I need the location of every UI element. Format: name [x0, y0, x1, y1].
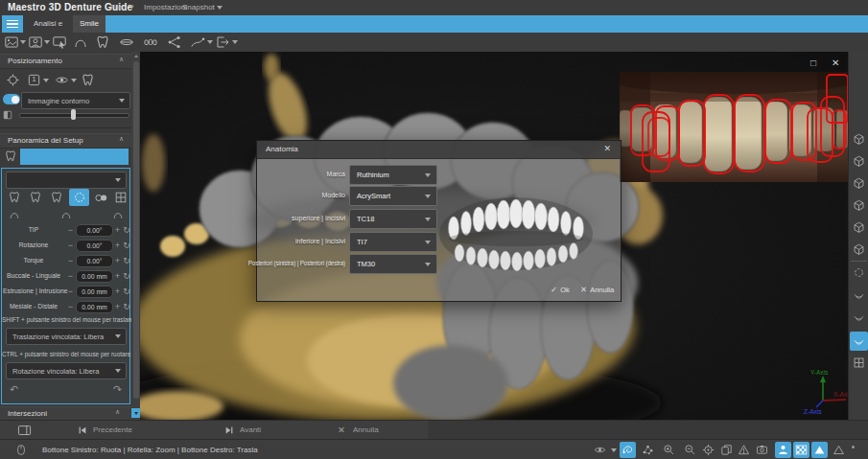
warning-button[interactable]	[736, 442, 752, 458]
tooth-mode-2-icon[interactable]	[29, 191, 42, 204]
field-value-input[interactable]: 0.00°	[76, 240, 113, 252]
decrement-button[interactable]: −	[66, 222, 75, 238]
ok-button[interactable]: ✓Ok	[551, 283, 570, 296]
increment-button[interactable]: +	[113, 284, 122, 299]
lasso-select-button[interactable]	[620, 442, 636, 458]
chevron-down-icon[interactable]	[611, 448, 617, 452]
decrement-button[interactable]: −	[66, 238, 75, 253]
view-cube-1-icon[interactable]	[853, 133, 865, 146]
chevron-down-icon[interactable]	[232, 40, 238, 44]
tooth-mode-1-icon[interactable]	[8, 191, 21, 204]
field-value-input[interactable]: 0.00°	[76, 255, 113, 267]
points-cloud-button[interactable]	[640, 442, 656, 458]
tooth-select-dropdown[interactable]	[6, 172, 127, 189]
decrement-button[interactable]: −	[66, 284, 75, 299]
center-view-button[interactable]	[700, 442, 716, 458]
field-value-input[interactable]: 0.00 mm	[76, 301, 113, 313]
arch-center-icon[interactable]	[60, 209, 72, 220]
share-nodes-icon[interactable]	[167, 34, 182, 50]
reset-icon[interactable]: ↻	[122, 222, 131, 238]
menu-impostazioni[interactable]: Impostazioni	[144, 3, 187, 11]
tab-analisi-e-misure[interactable]: Analisi e misure	[23, 15, 73, 33]
shaded-mode-button[interactable]	[811, 442, 828, 458]
export-icon[interactable]	[215, 34, 230, 50]
zoom-in-button[interactable]	[661, 442, 677, 458]
inferiore-incisivi-dropdown[interactable]: TI7	[349, 232, 437, 252]
viewport-close-button[interactable]: ✕	[832, 57, 839, 69]
arch-left-icon[interactable]	[9, 209, 20, 220]
copy-view-button[interactable]	[718, 442, 735, 458]
arch-icon[interactable]	[73, 34, 88, 50]
menu-file[interactable]: File	[110, 3, 123, 11]
view-cube-2-icon[interactable]	[853, 155, 865, 168]
modello-dropdown[interactable]: AcrySmart	[349, 186, 437, 206]
scroll-up-icon[interactable]	[133, 53, 139, 58]
patient-view-button[interactable]	[775, 442, 791, 458]
dialog-titlebar[interactable]: Anatomia ✕	[257, 141, 621, 159]
toggle-pair-icon[interactable]	[94, 191, 108, 205]
chevron-down-icon[interactable]	[44, 40, 50, 44]
orbit-icon[interactable]	[853, 266, 865, 279]
precedente-button[interactable]: Precedente	[93, 421, 132, 440]
chevron-down-icon[interactable]	[43, 79, 49, 82]
menu-snapshot[interactable]: Snapshot	[182, 3, 215, 11]
draw-curve-icon[interactable]	[190, 34, 205, 50]
view-cube-4-icon[interactable]	[853, 199, 865, 212]
reset-icon[interactable]: ↻	[122, 253, 131, 268]
overlay-dropdown[interactable]: Immagine contorno	[21, 92, 130, 109]
screen-pick-icon[interactable]	[52, 34, 67, 50]
photo-portrait-icon[interactable]	[28, 34, 43, 50]
field-value-input[interactable]: 0.00 mm	[76, 270, 113, 283]
collapse-icon[interactable]: ∧	[119, 56, 124, 63]
chevron-down-icon[interactable]	[71, 79, 77, 82]
hamburger-menu-button[interactable]	[2, 15, 23, 33]
crosshair-icon[interactable]	[6, 73, 20, 87]
overflow-dot-icon[interactable]	[852, 446, 855, 448]
dialog-close-icon[interactable]: ✕	[603, 144, 611, 153]
wireframe-mode-button[interactable]	[831, 442, 847, 458]
lips-icon[interactable]	[119, 34, 134, 50]
teeth-row-icon[interactable]	[143, 34, 158, 50]
undo-button[interactable]: ↶	[10, 383, 18, 395]
zoom-out-button[interactable]	[682, 442, 698, 458]
view-cube-5-icon[interactable]	[853, 221, 865, 234]
tab-smile-creator[interactable]: Smile Creator	[73, 15, 106, 33]
avanti-button[interactable]: Avanti	[240, 421, 261, 440]
superiore-incisivi-dropdown[interactable]: TC18	[349, 209, 437, 229]
scrollbar-thumb[interactable]	[133, 61, 139, 399]
section-panoramica[interactable]: Panoramica del Setup ∧	[0, 133, 131, 149]
increment-button[interactable]: +	[113, 299, 122, 314]
field-value-input[interactable]: 0.00°	[76, 224, 113, 237]
skip-back-icon[interactable]	[77, 425, 88, 436]
view-cube-3-icon[interactable]	[853, 177, 865, 190]
reset-icon[interactable]: ↻	[122, 238, 131, 253]
denture-view-1-icon[interactable]	[853, 289, 865, 302]
menu-help[interactable]: ?	[129, 3, 133, 11]
posteriori-dropdown[interactable]: TM30	[349, 254, 437, 274]
increment-button[interactable]: +	[113, 222, 122, 238]
tooth-icon[interactable]	[95, 34, 110, 50]
section-posizionamento[interactable]: Posizionamento ∧	[0, 54, 131, 69]
rotation-constraint-dropdown[interactable]: Rotazione vincolata: Libera	[6, 362, 127, 379]
increment-button[interactable]: +	[113, 268, 122, 284]
field-value-input[interactable]: 0.00 mm	[76, 286, 113, 298]
denture-view-3-button[interactable]	[850, 332, 868, 351]
arch-right-icon[interactable]	[112, 209, 124, 220]
redo-button[interactable]: ↷	[113, 383, 122, 395]
grid-icon[interactable]	[114, 191, 128, 204]
annulla-button[interactable]: Annulla	[353, 421, 379, 440]
denture-view-2-icon[interactable]	[853, 311, 865, 324]
translation-constraint-dropdown[interactable]: Traslazione vincolata: Libera	[6, 328, 127, 345]
viewport-maximize-button[interactable]: □	[810, 57, 816, 69]
scroll-down-icon[interactable]	[131, 408, 140, 418]
collapse-icon[interactable]: ∧	[115, 408, 120, 416]
view-cube-6-icon[interactable]	[853, 243, 865, 256]
reset-icon[interactable]: ↻	[122, 299, 131, 314]
tooth-mode-3-icon[interactable]	[50, 191, 63, 204]
reset-icon[interactable]: ↻	[122, 284, 131, 299]
selected-tooth-bar[interactable]	[20, 149, 129, 165]
chevron-down-icon[interactable]	[20, 40, 26, 44]
decrement-button[interactable]: −	[66, 253, 75, 268]
skip-forward-icon[interactable]	[223, 425, 235, 436]
smile-photo-overlay[interactable]	[620, 72, 848, 182]
